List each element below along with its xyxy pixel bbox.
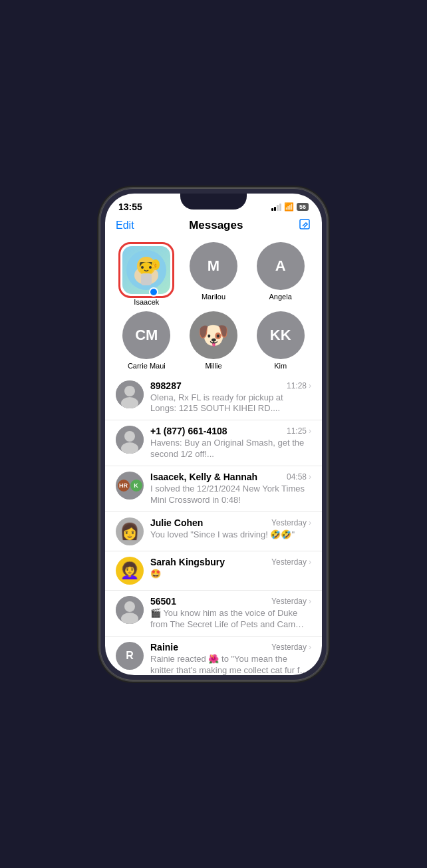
message-list: 898287 11:28 › Olena, Rx FL is ready for… [105, 375, 322, 675]
millie-avatar: 🐶 [190, 311, 237, 359]
msg-time-rainie: Yesterday › [271, 643, 311, 652]
msg-name-julie: Julie Cohen [150, 517, 203, 528]
angela-name: Angela [269, 293, 292, 301]
pinned-contacts: 👍 Isaacek M Marilou A Angela [105, 239, 322, 375]
msg-preview-sarah: 🤩 [150, 569, 311, 580]
marilou-name: Marilou [202, 293, 225, 301]
pinned-contact-isaacek[interactable]: 👍 Isaacek [116, 242, 178, 306]
msg-name-56501: 56501 [150, 596, 176, 607]
millie-name: Millie [205, 362, 221, 370]
msg-time-sarah: Yesterday › [271, 557, 311, 567]
phone-frame: 13:55 📶 56 Edit Messages [100, 188, 327, 680]
msg-avatar-877 [116, 426, 144, 454]
svg-point-19 [124, 601, 135, 612]
chevron-icon: › [309, 557, 311, 567]
notch [180, 194, 247, 210]
msg-name-rainie: Rainie [150, 642, 178, 652]
status-icons: 📶 56 [271, 202, 309, 212]
msg-content-56501: 56501 Yesterday › 🎬 You know him as the … [150, 596, 311, 631]
msg-content-isaacek-kelly: Isaacek, Kelly & Hannah 04:58 › I solved… [150, 472, 311, 506]
msg-avatar-rainie: R [116, 642, 144, 670]
carrie-maui-name: Carrie Maui [128, 362, 166, 370]
msg-content-rainie: Rainie Yesterday › Rainie reacted 🌺 to "… [150, 642, 311, 675]
msg-time-julie: Yesterday › [271, 518, 311, 527]
battery-icon: 56 [297, 203, 309, 211]
message-row-sarah[interactable]: 👩‍🦱 Sarah Kingsbury Yesterday › 🤩 [105, 551, 322, 591]
pinned-contact-marilou[interactable]: M Marilou [183, 242, 245, 306]
msg-content-898287: 898287 11:28 › Olena, Rx FL is ready for… [150, 380, 311, 415]
msg-content-sarah: Sarah Kingsbury Yesterday › 🤩 [150, 557, 311, 580]
msg-time-56501: Yesterday › [271, 597, 311, 606]
angela-avatar: A [257, 242, 305, 290]
msg-time-877: 11:25 › [287, 426, 311, 436]
phone-screen: 13:55 📶 56 Edit Messages [105, 194, 322, 675]
chevron-icon: › [309, 381, 311, 390]
isaacek-selected-border: 👍 [118, 242, 174, 298]
svg-point-16 [124, 431, 135, 442]
page-title: Messages [189, 219, 243, 232]
wifi-icon: 📶 [284, 202, 294, 212]
msg-avatar-56501 [116, 596, 144, 624]
isaacek-avatar: 👍 [122, 246, 170, 294]
online-badge [149, 287, 158, 297]
msg-avatar-898287 [116, 380, 144, 408]
pinned-contact-kim[interactable]: KK Kim [249, 311, 311, 370]
msg-avatar-julie: 👩 [116, 517, 144, 545]
header: Edit Messages [105, 215, 322, 239]
svg-rect-7 [141, 273, 152, 285]
status-time: 13:55 [118, 202, 142, 212]
msg-avatar-isaacek-kelly: HR K [116, 472, 144, 500]
chevron-icon: › [309, 472, 311, 482]
message-row-56501[interactable]: 56501 Yesterday › 🎬 You know him as the … [105, 591, 322, 637]
svg-point-13 [124, 386, 135, 396]
kim-name: Kim [274, 362, 287, 370]
msg-content-877: +1 (877) 661-4108 11:25 › Havens: Buy an… [150, 426, 311, 460]
chevron-icon: › [309, 597, 311, 606]
msg-content-julie: Julie Cohen Yesterday › You loved "Since… [150, 517, 311, 541]
msg-preview-877: Havens: Buy an Original Smash, get the s… [150, 438, 311, 460]
message-row-rainie[interactable]: R Rainie Yesterday › Rainie reacted 🌺 to… [105, 637, 322, 675]
msg-preview-rainie: Rainie reacted 🌺 to "You mean the knitte… [150, 654, 311, 675]
kim-avatar: KK [257, 311, 305, 359]
carrie-maui-avatar: CM [122, 311, 170, 359]
signal-bars-icon [271, 203, 281, 211]
msg-name-898287: 898287 [150, 380, 182, 391]
msg-preview-isaacek-kelly: I solved the 12/21/2024 New York Times M… [150, 484, 311, 506]
svg-point-8 [141, 266, 144, 269]
pinned-contact-millie[interactable]: 🐶 Millie [183, 311, 245, 370]
chevron-icon: › [309, 643, 311, 652]
message-row-isaacek-kelly[interactable]: HR K Isaacek, Kelly & Hannah 04:58 › I s… [105, 466, 322, 512]
msg-preview-898287: Olena, Rx FL is ready for pickup at Long… [150, 392, 311, 415]
isaacek-name: Isaacek [134, 298, 159, 306]
compose-button[interactable] [298, 217, 311, 234]
msg-name-sarah: Sarah Kingsbury [150, 557, 225, 567]
message-row-877[interactable]: +1 (877) 661-4108 11:25 › Havens: Buy an… [105, 420, 322, 466]
pinned-contact-angela[interactable]: A Angela [249, 242, 311, 306]
msg-preview-julie: You loved "Since I was driving! 🤣🤣" [150, 529, 311, 541]
chevron-icon: › [309, 426, 311, 436]
edit-button[interactable]: Edit [116, 219, 134, 231]
msg-avatar-sarah: 👩‍🦱 [116, 557, 144, 585]
message-row-898287[interactable]: 898287 11:28 › Olena, Rx FL is ready for… [105, 375, 322, 421]
msg-time-898287: 11:28 › [287, 381, 311, 390]
msg-name-isaacek-kelly: Isaacek, Kelly & Hannah [150, 472, 257, 482]
msg-preview-56501: 🎬 You know him as the voice of Duke from… [150, 608, 311, 631]
message-row-julie[interactable]: 👩 Julie Cohen Yesterday › You loved "Sin… [105, 512, 322, 551]
msg-time-isaacek-kelly: 04:58 › [287, 472, 311, 482]
pinned-contact-carrie-maui[interactable]: CM Carrie Maui [116, 311, 178, 370]
marilou-avatar: M [190, 242, 237, 290]
chevron-icon: › [309, 518, 311, 527]
svg-text:👍: 👍 [151, 261, 158, 268]
msg-name-877: +1 (877) 661-4108 [150, 426, 227, 436]
